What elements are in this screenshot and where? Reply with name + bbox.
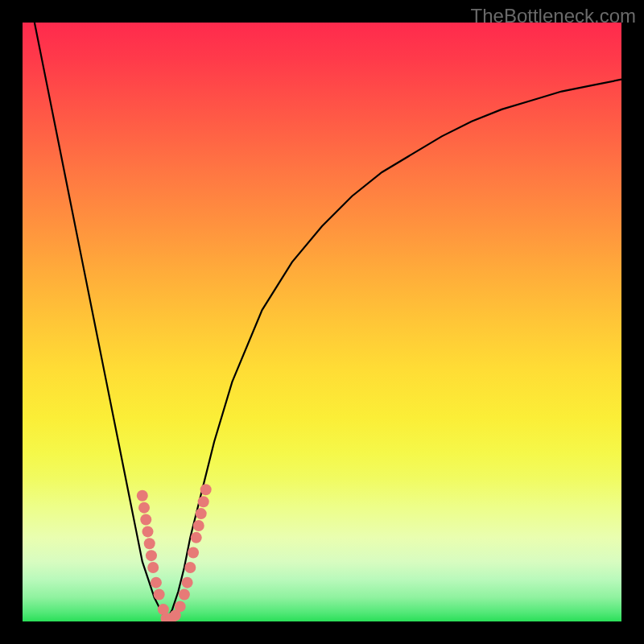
data-marker (175, 601, 186, 612)
data-marker (144, 538, 155, 549)
data-marker (200, 484, 212, 495)
data-marker (137, 490, 148, 502)
data-marker (193, 520, 204, 531)
data-marker (140, 514, 151, 526)
data-marker (154, 589, 165, 601)
data-marker (196, 508, 207, 519)
curve-right-branch (167, 80, 621, 621)
data-marker (138, 502, 150, 514)
data-marker (151, 577, 162, 588)
data-marker (198, 496, 209, 507)
data-marker (191, 532, 202, 543)
data-marker (188, 547, 199, 558)
data-marker (142, 526, 154, 537)
data-marker (147, 562, 159, 573)
data-marker (179, 589, 190, 601)
data-marker (182, 577, 193, 588)
plot-area (23, 23, 621, 621)
chart-frame: TheBottleneck.com (0, 0, 644, 644)
data-marker (184, 562, 196, 573)
data-marker (146, 550, 157, 561)
curve-layer (23, 23, 621, 621)
data-markers (137, 484, 212, 621)
